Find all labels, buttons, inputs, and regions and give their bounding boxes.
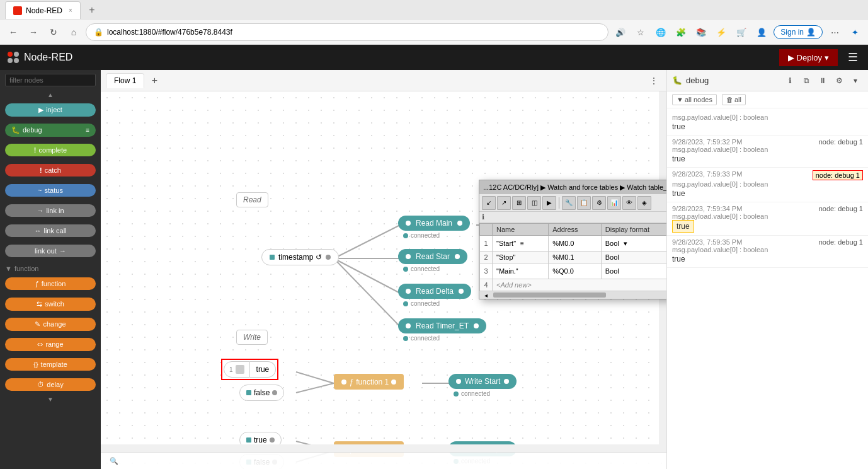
sidebar-item-range[interactable]: ⇔ range	[0, 334, 101, 354]
debug-settings-button[interactable]: ⚙	[831, 73, 847, 88]
flow1-tab[interactable]: Flow 1	[106, 73, 144, 88]
sidebar-item-link-call[interactable]: ↔ link call	[0, 221, 101, 241]
plc-scroll-handle[interactable]	[493, 292, 606, 298]
home-button[interactable]: ⌂	[66, 24, 82, 40]
link-out-node-pill[interactable]: link out →	[5, 245, 96, 257]
plc-row-3[interactable]: 3 "Main." %Q0.0 Bool TRUE	[480, 263, 667, 279]
read-timer-node[interactable]: Read Timer_ET connected	[398, 318, 486, 342]
filter-nodes-input[interactable]	[5, 74, 96, 86]
sidebar-item-link-out[interactable]: link out →	[0, 241, 101, 261]
write-start-node[interactable]: Write Start connected	[448, 374, 517, 397]
browser-ext6-icon[interactable]: 👤	[753, 24, 770, 40]
deploy-button[interactable]: ▶ Deploy ▾	[779, 49, 838, 66]
sidebar-item-change[interactable]: ✎ change	[0, 314, 101, 334]
plc-table[interactable]: Name Address Display format Monitor valu…	[479, 223, 666, 291]
link-in-node-pill[interactable]: → link in	[5, 204, 96, 217]
plc-scrollbar[interactable]: ◂ ▸	[479, 291, 666, 299]
browser-ext4-icon[interactable]: ⚡	[713, 24, 729, 40]
plc-tb-btn-5[interactable]: ▶	[542, 196, 556, 210]
add-flow-tab-button[interactable]: +	[147, 73, 162, 88]
read-comment-node[interactable]: Read	[236, 192, 268, 207]
debug-copy-button[interactable]: ⧉	[799, 73, 814, 88]
debug-filter-all-nodes-button[interactable]: ▼ all nodes	[672, 94, 717, 105]
address-bar[interactable]: 🔒	[86, 23, 608, 41]
more-options-icon[interactable]: ⋯	[826, 24, 843, 40]
debug-panel-chevron[interactable]: ▾	[848, 73, 863, 88]
browser-ext5-icon[interactable]: 🛒	[733, 24, 750, 40]
read-aloud-icon[interactable]: 🔊	[612, 24, 629, 40]
plc-tb-btn-9[interactable]: 📊	[607, 196, 621, 210]
tab-close-button[interactable]: ×	[69, 7, 72, 14]
canvas-hscroll[interactable]	[101, 444, 659, 452]
sidebar-item-status[interactable]: ~ status	[0, 180, 101, 200]
hamburger-menu-button[interactable]: ☰	[845, 48, 860, 67]
plc-row-4[interactable]: 4 <Add new>	[480, 279, 667, 291]
canvas[interactable]: Read Write timestamp ↺	[101, 91, 666, 469]
plc-row-1-format-arrow[interactable]: ▾	[624, 240, 627, 247]
copilot-icon[interactable]: ✦	[847, 24, 863, 40]
scroll-down-arrow[interactable]: ▼	[0, 395, 101, 404]
plc-add-new[interactable]: <Add new>	[493, 279, 667, 291]
browser-tab[interactable]: Node-RED ×	[5, 1, 81, 19]
range-node-pill[interactable]: ⇔ range	[5, 338, 96, 351]
change-node-pill[interactable]: ✎ change	[5, 318, 96, 331]
read-main-node[interactable]: Read Main connected	[398, 216, 470, 239]
inject1-node[interactable]: 1 true	[224, 361, 276, 378]
sidebar-item-function[interactable]: ƒ function	[0, 274, 101, 294]
plc-tb-btn-7[interactable]: 📋	[577, 196, 591, 210]
function-section-header[interactable]: ▼ function	[0, 261, 101, 274]
sidebar-item-template[interactable]: {} template	[0, 354, 101, 374]
read-star-node[interactable]: Read Star connected	[398, 249, 467, 272]
function-node-pill[interactable]: ƒ function	[5, 277, 96, 290]
plc-tb-btn-6[interactable]: 🔧	[562, 196, 576, 210]
plc-tb-btn-10[interactable]: 👁	[622, 196, 636, 210]
sidebar-item-complete[interactable]: ! complete	[0, 140, 101, 160]
complete-node-pill[interactable]: ! complete	[5, 144, 96, 156]
switch-node-pill[interactable]: ⇆ switch	[5, 298, 96, 311]
sidebar-item-delay[interactable]: ⏱ delay	[0, 374, 101, 395]
scroll-up-arrow[interactable]: ▲	[0, 90, 101, 100]
link-call-node-pill[interactable]: ↔ link call	[5, 224, 96, 237]
canvas-search-button[interactable]: 🔍	[106, 456, 122, 466]
read-delta-node[interactable]: Read Delta connected	[398, 284, 471, 307]
catch-node-pill[interactable]: ! catch	[5, 164, 96, 177]
plc-row-1[interactable]: 1 "Start" ≡ %M0.0 Bool ▾	[480, 236, 667, 252]
sidebar-item-switch[interactable]: ⇆ switch	[0, 294, 101, 314]
plc-tb-btn-2[interactable]: ↗	[497, 196, 511, 210]
plc-scroll-left-button[interactable]: ◂	[479, 292, 492, 299]
write-comment-node[interactable]: Write	[236, 330, 268, 345]
debug-info-button[interactable]: ℹ	[782, 73, 797, 88]
delay-node-pill[interactable]: ⏱ delay	[5, 378, 96, 391]
favorites-icon[interactable]: ☆	[632, 24, 649, 40]
plc-tb-btn-1[interactable]: ↙	[482, 196, 496, 210]
debug-node-pill[interactable]: 🐛 debug ≡	[5, 124, 96, 137]
sidebar-item-catch[interactable]: ! catch	[0, 160, 101, 180]
template-node-pill[interactable]: {} template	[5, 358, 96, 371]
refresh-button[interactable]: ↻	[45, 24, 62, 40]
timestamp-node[interactable]: timestamp ↺	[261, 249, 339, 265]
back-button[interactable]: ←	[5, 24, 21, 40]
new-tab-button[interactable]: +	[83, 1, 101, 19]
browser-ext2-icon[interactable]: 🧩	[673, 24, 689, 40]
sign-in-button[interactable]: Sign in 👤	[774, 25, 823, 39]
plc-tb-btn-11[interactable]: ◈	[637, 196, 651, 210]
plc-tb-btn-3[interactable]: ⊞	[512, 196, 526, 210]
sidebar-item-inject[interactable]: ▶ inject	[0, 100, 101, 120]
browser-ext3-icon[interactable]: 📚	[693, 24, 709, 40]
url-input[interactable]	[107, 28, 600, 37]
plc-row-2[interactable]: 2 "Stop" %M0.1 Bool TRUE	[480, 252, 667, 263]
debug-filter-all-button[interactable]: 🗑 all	[722, 94, 746, 105]
inject1-false-node[interactable]: false	[239, 385, 284, 401]
sidebar-item-debug[interactable]: 🐛 debug ≡	[0, 120, 101, 140]
sidebar-item-link-in[interactable]: → link in	[0, 200, 101, 221]
function1-node[interactable]: ƒ function 1	[334, 374, 404, 390]
status-node-pill[interactable]: ~ status	[5, 184, 96, 197]
plc-overlay[interactable]: ...12C AC/DC/Rly] ▶ Watch and force tabl…	[479, 180, 666, 299]
canvas-tab-menu-button[interactable]: ⋮	[646, 73, 661, 88]
plc-tb-btn-4[interactable]: ◫	[527, 196, 541, 210]
debug-pause-button[interactable]: ⏸	[815, 73, 830, 88]
browser-ext1-icon[interactable]: 🌐	[653, 24, 669, 40]
inject-node-pill[interactable]: ▶ inject	[5, 103, 96, 117]
forward-button[interactable]: →	[25, 24, 42, 40]
plc-tb-btn-8[interactable]: ⚙	[592, 196, 606, 210]
